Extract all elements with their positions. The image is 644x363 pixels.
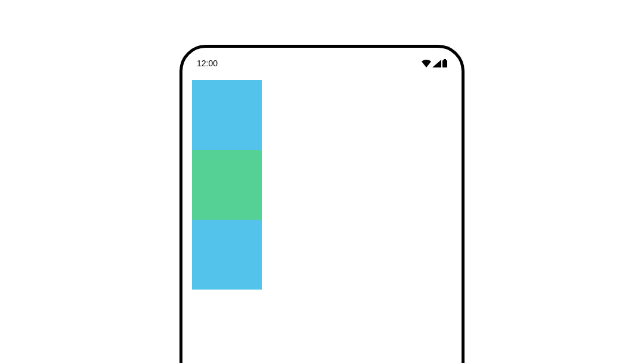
signal-icon: [432, 60, 441, 67]
color-block-1: [192, 80, 262, 150]
wifi-icon: [422, 60, 431, 67]
battery-icon: [442, 59, 447, 67]
svg-rect-1: [444, 59, 446, 60]
phone-frame: 12:00: [179, 45, 465, 363]
color-block-2: [192, 150, 262, 220]
status-icons: [422, 59, 447, 67]
status-clock: 12:00: [197, 59, 218, 68]
status-bar: 12:00: [182, 48, 462, 70]
content-area: [182, 70, 462, 290]
svg-rect-0: [442, 60, 447, 67]
color-block-3: [192, 220, 262, 290]
